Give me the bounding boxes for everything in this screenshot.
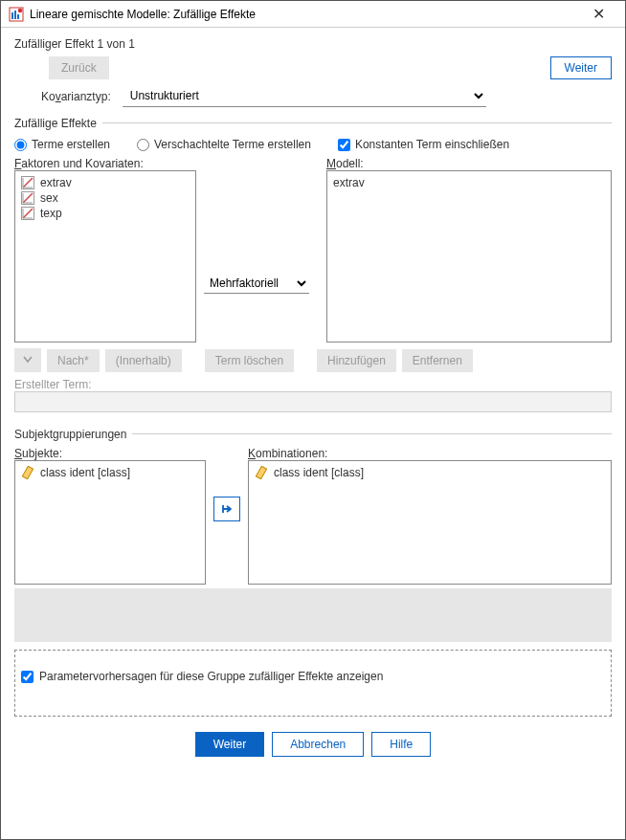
svg-point-4 bbox=[18, 8, 23, 12]
ruler-icon bbox=[255, 466, 268, 479]
covariance-select[interactable]: Unstrukturiert bbox=[123, 85, 486, 107]
nested-terms-radio[interactable]: Verschachtelte Terme erstellen bbox=[137, 138, 311, 151]
factors-label: Faktoren und Kovariaten: bbox=[14, 157, 196, 170]
built-term-field bbox=[14, 391, 612, 412]
factors-listbox[interactable]: extrav sex texp bbox=[14, 170, 196, 343]
grey-band bbox=[14, 588, 612, 642]
app-icon bbox=[9, 7, 24, 22]
random-effects-group: Zufällige Effekte Terme erstellen Versch… bbox=[14, 113, 612, 412]
continue-button[interactable]: Weiter bbox=[195, 732, 264, 757]
include-intercept-check[interactable]: Konstanten Term einschließen bbox=[338, 138, 509, 151]
list-item[interactable]: class ident [class] bbox=[21, 465, 199, 480]
show-predictions-check[interactable]: Parametervorhersagen für diese Gruppe zu… bbox=[21, 670, 605, 683]
covariance-row: Kovarianztyp: Unstrukturiert bbox=[14, 85, 612, 107]
scale-icon bbox=[21, 191, 34, 205]
subjects-listbox[interactable]: class ident [class] bbox=[14, 460, 206, 585]
dialog-window: Lineare gemischte Modelle: Zufällige Eff… bbox=[0, 0, 626, 840]
subjects-row: Subjekte: class ident [class] Kombinatio… bbox=[14, 447, 612, 585]
subjects-label: Subjekte: bbox=[14, 447, 206, 460]
help-button[interactable]: Hilfe bbox=[371, 732, 431, 757]
interaction-column: Mehrfaktoriell bbox=[204, 157, 319, 343]
next-button[interactable]: Weiter bbox=[550, 56, 612, 79]
svg-rect-3 bbox=[17, 14, 19, 19]
interaction-select[interactable]: Mehrfaktoriell bbox=[204, 274, 309, 294]
list-item[interactable]: extrav bbox=[21, 175, 190, 190]
predictions-box: Parametervorhersagen für diese Gruppe zu… bbox=[14, 650, 612, 717]
subject-group: Subjektgruppierungen Subjekte: class ide… bbox=[14, 424, 612, 717]
combos-label: Kombinationen: bbox=[248, 447, 612, 460]
list-item[interactable]: sex bbox=[21, 190, 190, 206]
svg-rect-2 bbox=[14, 11, 16, 19]
by-button: Nach* bbox=[47, 349, 100, 372]
combos-listbox[interactable]: class ident [class] bbox=[248, 460, 612, 585]
built-term-label: Erstellter Term: bbox=[14, 378, 612, 391]
term-build-options: Terme erstellen Verschachtelte Terme ers… bbox=[14, 138, 612, 151]
nav-row: Zurück Weiter bbox=[14, 56, 612, 79]
remove-term-button: Entfernen bbox=[402, 349, 473, 372]
scale-icon bbox=[21, 207, 34, 220]
arrow-down-button bbox=[14, 348, 41, 372]
list-item[interactable]: class ident [class] bbox=[255, 465, 605, 480]
term-buttons-row: Nach* (Innerhalb) Term löschen Hinzufüge… bbox=[14, 348, 612, 372]
model-listbox[interactable]: extrav bbox=[326, 170, 612, 343]
scale-icon bbox=[21, 176, 34, 189]
factors-model-row: Faktoren und Kovariaten: extrav sex t bbox=[14, 157, 612, 343]
model-label: Modell: bbox=[326, 157, 612, 170]
ruler-icon bbox=[21, 466, 34, 479]
add-term-button: Hinzufügen bbox=[317, 349, 396, 372]
move-right-button[interactable] bbox=[213, 497, 240, 521]
effect-counter: Zufälliger Effekt 1 von 1 bbox=[14, 37, 612, 51]
covariance-label: Kovarianztyp: bbox=[41, 90, 111, 103]
dialog-footer: Weiter Abbrechen Hilfe bbox=[14, 722, 612, 770]
cancel-button[interactable]: Abbrechen bbox=[272, 732, 364, 757]
close-button[interactable]: ✕ bbox=[579, 5, 617, 23]
move-column bbox=[213, 447, 240, 571]
within-button: (Innerhalb) bbox=[105, 349, 182, 372]
subject-group-title: Subjektgruppierungen bbox=[14, 428, 126, 441]
list-item[interactable]: texp bbox=[21, 206, 190, 221]
titlebar: Lineare gemischte Modelle: Zufällige Eff… bbox=[1, 1, 625, 28]
build-terms-radio[interactable]: Terme erstellen bbox=[14, 138, 110, 151]
arrow-down-icon bbox=[22, 353, 34, 365]
svg-rect-17 bbox=[22, 466, 33, 478]
back-button: Zurück bbox=[49, 56, 109, 79]
dialog-content: Zufälliger Effekt 1 von 1 Zurück Weiter … bbox=[1, 28, 625, 839]
list-item[interactable]: extrav bbox=[333, 175, 605, 190]
svg-rect-18 bbox=[256, 466, 266, 478]
svg-rect-1 bbox=[11, 12, 13, 19]
random-effects-title: Zufällige Effekte bbox=[14, 117, 97, 130]
window-title: Lineare gemischte Modelle: Zufällige Eff… bbox=[30, 8, 579, 21]
clear-term-button: Term löschen bbox=[205, 349, 294, 372]
arrow-right-icon bbox=[220, 502, 234, 516]
